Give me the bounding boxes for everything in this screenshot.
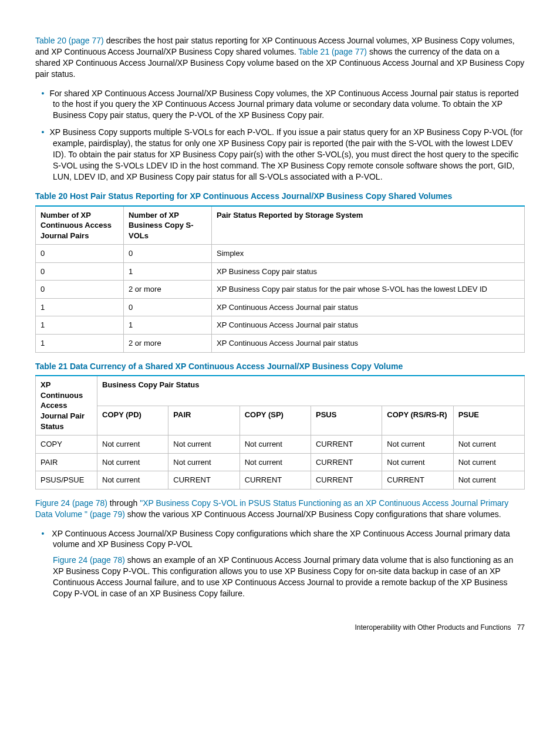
table-row: 02 or moreXP Business Copy pair status f… bbox=[36, 281, 525, 299]
table-row: 00Simplex bbox=[36, 245, 525, 263]
table-row: 12 or moreXP Continuous Access Journal p… bbox=[36, 334, 525, 352]
cell: COPY bbox=[36, 436, 97, 454]
table21-header-left: XP Continuous Access Journal Pair Status bbox=[36, 376, 97, 435]
cell: Not current bbox=[453, 436, 524, 454]
cell: Not current bbox=[382, 453, 453, 471]
table21-title: Table 21 Data Currency of a Shared XP Co… bbox=[35, 361, 525, 372]
cell: 2 or more bbox=[124, 281, 212, 299]
page-footer: Interoperability with Other Products and… bbox=[35, 623, 525, 632]
cell: XP Continuous Access Journal pair status bbox=[212, 316, 525, 335]
cell: CURRENT bbox=[239, 471, 311, 490]
bullet-item: For shared XP Continuous Access Journal/… bbox=[53, 88, 525, 121]
table-row: PSUS/PSUE Not current CURRENT CURRENT CU… bbox=[36, 471, 525, 490]
cell: 1 bbox=[36, 334, 124, 352]
cell: Not current bbox=[239, 453, 311, 471]
table-row: 01XP Business Copy pair status bbox=[36, 262, 525, 281]
cell: PSUS/PSUE bbox=[36, 471, 97, 490]
bullet-list-1: For shared XP Continuous Access Journal/… bbox=[35, 88, 525, 183]
cell: 1 bbox=[36, 298, 124, 316]
page-number: 77 bbox=[517, 623, 525, 632]
table21-subheader: PSUE bbox=[453, 406, 524, 435]
bullet-list-2: XP Continuous Access Journal/XP Business… bbox=[35, 528, 525, 599]
mid-text-1: through bbox=[107, 498, 140, 508]
cell: PAIR bbox=[36, 453, 97, 471]
cell: Not current bbox=[97, 453, 168, 471]
cell: CURRENT bbox=[311, 453, 382, 471]
bullet2-text: XP Continuous Access Journal/XP Business… bbox=[52, 529, 510, 549]
table20-header: Number of XP Continuous Access Journal P… bbox=[36, 206, 124, 245]
table-row: PAIR Not current Not current Not current… bbox=[36, 453, 525, 471]
cell: CURRENT bbox=[311, 436, 382, 454]
table-row: COPY Not current Not current Not current… bbox=[36, 436, 525, 454]
cell: CURRENT bbox=[382, 471, 453, 490]
cell: 0 bbox=[36, 245, 124, 263]
bullet-item: XP Continuous Access Journal/XP Business… bbox=[53, 528, 525, 599]
mid-text-2: show the various XP Continuous Access Jo… bbox=[125, 509, 501, 519]
cell: XP Continuous Access Journal pair status bbox=[212, 334, 525, 352]
cell: CURRENT bbox=[168, 471, 239, 490]
cell: Not current bbox=[168, 436, 239, 454]
table21-subheader: COPY (RS/RS-R) bbox=[382, 406, 453, 435]
cell: Not current bbox=[97, 471, 168, 490]
table20-header: Number of XP Business Copy S-VOLs bbox=[124, 206, 212, 245]
table-row: 11XP Continuous Access Journal pair stat… bbox=[36, 316, 525, 335]
mid-paragraph: Figure 24 (page 78) through "XP Business… bbox=[35, 498, 525, 520]
link-table20[interactable]: Table 20 (page 77) bbox=[35, 36, 104, 45]
cell: 0 bbox=[36, 281, 124, 299]
table20-title: Table 20 Host Pair Status Reporting for … bbox=[35, 191, 525, 202]
cell: XP Continuous Access Journal pair status bbox=[212, 298, 525, 316]
cell: Simplex bbox=[212, 245, 525, 263]
cell: XP Business Copy pair status bbox=[212, 262, 525, 281]
cell: CURRENT bbox=[311, 471, 382, 490]
table20-header: Pair Status Reported by Storage System bbox=[212, 206, 525, 245]
table21-subheader: PSUS bbox=[311, 406, 382, 435]
table20: Number of XP Continuous Access Journal P… bbox=[35, 205, 525, 353]
cell: Not current bbox=[382, 436, 453, 454]
cell: Not current bbox=[97, 436, 168, 454]
link-figure24-sub[interactable]: Figure 24 (page 78) bbox=[53, 555, 125, 565]
bullet-item: XP Business Copy supports multiple S-VOL… bbox=[53, 127, 525, 182]
table-row: 10XP Continuous Access Journal pair stat… bbox=[36, 298, 525, 316]
cell: Not current bbox=[453, 453, 524, 471]
cell: XP Business Copy pair status for the pai… bbox=[212, 281, 525, 299]
cell: 0 bbox=[124, 245, 212, 263]
cell: Not current bbox=[239, 436, 311, 454]
cell: 1 bbox=[124, 316, 212, 335]
table21-subheader: COPY (SP) bbox=[239, 406, 311, 435]
link-figure24[interactable]: Figure 24 (page 78) bbox=[35, 498, 107, 508]
footer-text: Interoperability with Other Products and… bbox=[355, 623, 511, 632]
table21: XP Continuous Access Journal Pair Status… bbox=[35, 375, 525, 489]
intro-paragraph: Table 20 (page 77) describes the host pa… bbox=[35, 35, 525, 80]
table21-header-group: Business Copy Pair Status bbox=[97, 376, 525, 406]
cell: 1 bbox=[36, 316, 124, 335]
cell: 2 or more bbox=[124, 334, 212, 352]
link-table21[interactable]: Table 21 (page 77) bbox=[298, 47, 367, 56]
cell: 1 bbox=[124, 262, 212, 281]
cell: Not current bbox=[168, 453, 239, 471]
table21-subheader: COPY (PD) bbox=[97, 406, 168, 435]
cell: 0 bbox=[124, 298, 212, 316]
cell: Not current bbox=[453, 471, 524, 490]
cell: 0 bbox=[36, 262, 124, 281]
table21-subheader: PAIR bbox=[168, 406, 239, 435]
